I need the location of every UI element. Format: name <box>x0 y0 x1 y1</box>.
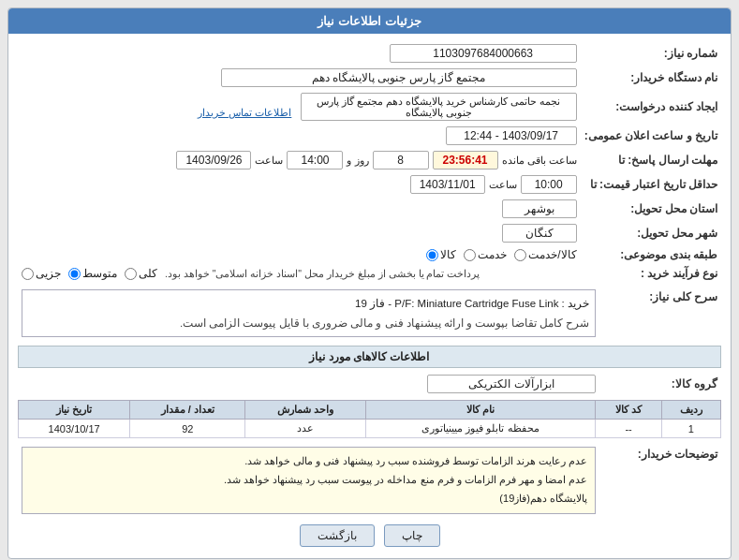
remaining-label: ساعت باقی مانده <box>502 155 577 167</box>
need-desc-label: سرح کلی نیاز: <box>599 287 721 340</box>
need-desc-full: شرح کامل تقاضا بپوست و ارائه پیشنهاد فنی… <box>28 314 589 333</box>
table-row: 1 -- محفظه تابلو فیوز میینیاتوری عدد 92 … <box>19 420 721 438</box>
print-button[interactable]: چاپ <box>384 524 440 547</box>
radio-motavasset: متوسط <box>68 267 117 280</box>
price-deadline-value: 1403/11/01 ساعت 10:00 <box>18 172 581 197</box>
category-radio-group: کالا خدمت کالا/خدمت <box>18 245 581 264</box>
goods-group-value: ابزارآلات الکتریکی <box>18 372 599 396</box>
date-label: تاریخ و ساعت اعلان عمومی: <box>581 124 721 148</box>
row-price-deadline: حداقل تاریخ اعتبار قیمت: تا 1403/11/01 س… <box>18 172 721 197</box>
response-time-box: 14:00 <box>287 151 343 169</box>
goods-section-title: اطلاعات کالاهای مورد نیاز <box>18 346 721 368</box>
need-desc-table: سرح کلی نیاز: خرید : P/F: Miniature Cart… <box>18 287 721 340</box>
row-need-number: شماره نیاز: 1103097684000663 <box>18 41 721 66</box>
buyer-desc-label: توضیحات خریدار: <box>599 444 721 516</box>
radio-jozii: جزیی <box>22 267 61 280</box>
days-label: روز و <box>347 155 368 167</box>
response-date-box: 1403/09/26 <box>176 151 251 169</box>
row-city: شهر محل تحویل: کنگان <box>18 221 721 245</box>
radio-kala: کالا <box>426 248 456 261</box>
goods-table-head: ردیف کد کالا نام کالا واحد شمارش تعداد /… <box>19 401 721 420</box>
row-date: تاریخ و ساعت اعلان عمومی: 1403/09/17 - 1… <box>18 124 721 148</box>
buyer-desc-line3: پالایشگاه دهم(فاز19) <box>30 490 587 508</box>
card-header: جزئیات اطلاعات نیاز <box>8 8 731 34</box>
row-process: نوع فرآیند خرید : جزیی متوسط <box>18 264 721 283</box>
creator-label: ایجاد کننده درخواست: <box>581 90 721 124</box>
remaining-time-box: 23:56:41 <box>433 151 498 169</box>
button-row: چاپ بازگشت <box>18 517 721 551</box>
city-label: شهر محل تحویل: <box>581 221 721 245</box>
category-label: طبقه بندی موضوعی: <box>581 245 721 264</box>
buyer-label: نام دستگاه خریدار: <box>581 66 721 90</box>
cell-qty: 92 <box>130 420 245 438</box>
radio-kala-label: کالا <box>440 248 456 261</box>
radio-motavasset-input[interactable] <box>68 268 81 280</box>
goods-group-label: گروه کالا: <box>599 372 721 396</box>
cell-unit: عدد <box>245 420 365 438</box>
radio-kolli-input[interactable] <box>125 268 137 280</box>
city-value: کنگان <box>18 221 581 245</box>
page-wrapper: جزئیات اطلاعات نیاز شماره نیاز: 11030976… <box>0 0 739 560</box>
radio-kala-input[interactable] <box>426 249 438 261</box>
response-days-box: 8 <box>373 151 429 169</box>
buyer-desc-box: عدم رعایت هرند الزامات توسط فروشنده سبب … <box>22 447 596 513</box>
buyer-desc-line1: عدم رعایت هرند الزامات توسط فروشنده سبب … <box>30 452 587 471</box>
buyer-value: مجتمع گاز پارس جنوبی پالایشگاه دهم <box>18 66 581 90</box>
radio-kolli: کلی <box>125 267 157 280</box>
row-buyer: نام دستگاه خریدار: مجتمع گاز پارس جنوبی … <box>18 66 721 90</box>
radio-kala-khedmat: کالا/خدمت <box>514 248 576 261</box>
row-goods-group: گروه کالا: ابزارآلات الکتریکی <box>18 372 721 396</box>
city-box: کنگان <box>502 224 577 243</box>
need-number-box: 1103097684000663 <box>390 44 577 63</box>
radio-motavasset-label: متوسط <box>82 267 117 280</box>
col-row: ردیف <box>661 401 720 420</box>
goods-data-table: ردیف کد کالا نام کالا واحد شمارش تعداد /… <box>18 400 721 438</box>
response-deadline-value: 1403/09/26 ساعت 14:00 روز و 8 23:56:41 س… <box>18 148 581 172</box>
back-button[interactable]: بازگشت <box>300 524 375 547</box>
process-value: جزیی متوسط کلی <box>18 264 581 283</box>
creator-box: نجمه حاتمی کارشناس خرید پالایشگاه دهم مج… <box>301 93 577 121</box>
price-time-box: 10:00 <box>521 175 577 194</box>
province-label: استان محل تحویل: <box>581 197 721 221</box>
buyer-desc-table: توضیحات خریدار: عدم رعایت هرند الزامات ت… <box>18 444 721 516</box>
need-number-label: شماره نیاز: <box>581 41 721 66</box>
card-body: شماره نیاز: 1103097684000663 نام دستگاه … <box>8 34 731 558</box>
row-buyer-desc: توضیحات خریدار: عدم رعایت هرند الزامات ت… <box>18 444 721 516</box>
col-unit: واحد شمارش <box>245 401 365 420</box>
col-name: نام کالا <box>365 401 596 420</box>
radio-kala-khedmat-input[interactable] <box>514 249 526 261</box>
radio-kolli-label: کلی <box>139 267 157 280</box>
price-deadline-label: حداقل تاریخ اعتبار قیمت: تا <box>581 172 721 197</box>
goods-group-box: ابزارآلات الکتریکی <box>427 375 596 393</box>
process-radios: جزیی متوسط کلی <box>22 267 157 280</box>
radio-kala-khedmat-label: کالا/خدمت <box>528 248 576 261</box>
info-form-table: شماره نیاز: 1103097684000663 نام دستگاه … <box>18 41 721 283</box>
row-creator: ایجاد کننده درخواست: نجمه حاتمی کارشناس … <box>18 90 721 124</box>
cell-code: -- <box>596 420 662 438</box>
buyer-desc-content: عدم رعایت هرند الزامات توسط فروشنده سبب … <box>18 444 599 516</box>
province-value: بوشهر <box>18 197 581 221</box>
contact-link[interactable]: اطلاعات تماس خریدار <box>198 107 291 118</box>
response-deadline-label: مهلت ارسال پاسخ: تا <box>581 148 721 172</box>
radio-jozii-label: جزیی <box>36 267 61 280</box>
price-date-box: 1403/11/01 <box>410 175 485 194</box>
cell-name: محفظه تابلو فیوز میینیاتوری <box>365 420 596 438</box>
radio-khedmat-input[interactable] <box>464 249 476 261</box>
row-response-deadline: مهلت ارسال پاسخ: تا 1403/09/26 ساعت 14:0… <box>18 148 721 172</box>
creator-value: نجمه حاتمی کارشناس خرید پالایشگاه دهم مج… <box>18 90 581 124</box>
radio-jozii-input[interactable] <box>22 268 34 280</box>
need-number-value: 1103097684000663 <box>58 41 581 66</box>
main-card: جزئیات اطلاعات نیاز شماره نیاز: 11030976… <box>7 7 732 559</box>
buyer-desc-line2: عدم امضا و مهر فرم الزامات و فرم منع مدا… <box>30 471 587 490</box>
date-value: 1403/09/17 - 12:44 <box>18 124 581 148</box>
col-code: کد کالا <box>596 401 662 420</box>
col-qty: تعداد / مقدار <box>130 401 245 420</box>
page-title: جزئیات اطلاعات نیاز <box>318 14 421 28</box>
need-desc-buy: خرید : P/F: Miniature Cartridge Fuse Lin… <box>28 294 589 314</box>
cell-date: 1403/10/17 <box>19 420 130 438</box>
row-need-desc: سرح کلی نیاز: خرید : P/F: Miniature Cart… <box>18 287 721 340</box>
need-desc-content: خرید : P/F: Miniature Cartridge Fuse Lin… <box>18 287 599 340</box>
buyer-box: مجتمع گاز پارس جنوبی پالایشگاه دهم <box>221 68 577 87</box>
col-date: تاریخ نیاز <box>19 401 130 420</box>
time-label: ساعت <box>255 155 283 167</box>
